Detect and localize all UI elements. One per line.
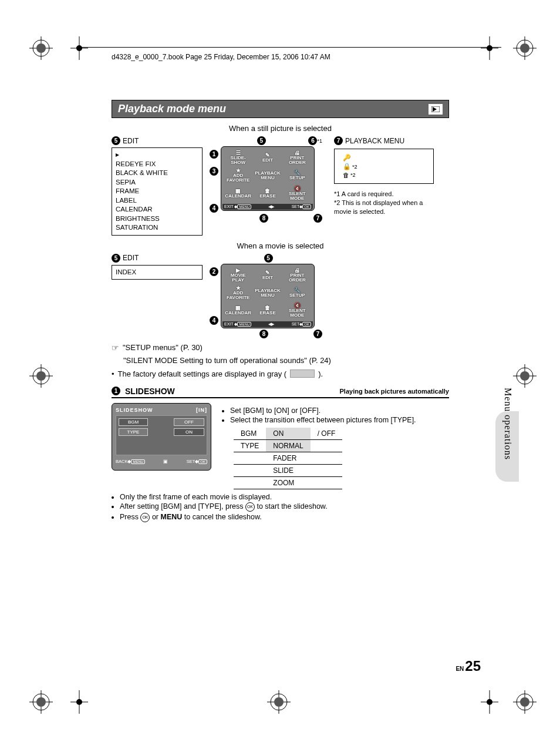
callout-8: 8	[259, 214, 268, 223]
callout-1: 1	[210, 150, 218, 159]
screen-erase-m: 🗑ERASE	[253, 302, 282, 319]
playback-menu-heading: 7 PLAYBACK MENU	[334, 136, 446, 145]
callout-7m: 7	[313, 330, 322, 338]
ok-button-icon: OK	[140, 513, 150, 522]
options-table: BGMON/ OFF TYPENORMAL FADER SLIDE ZOOM	[234, 428, 342, 489]
page-lang: EN	[456, 666, 464, 672]
reg-mark-ml	[29, 364, 53, 389]
callout-row-top-movie: 5	[210, 254, 327, 264]
edit-label-movie: EDIT	[123, 254, 139, 262]
frame-top-line	[76, 47, 501, 48]
ref-line-1: ☞ "SETUP menus" (P. 30)	[112, 343, 449, 352]
ref-line-2: "SILENT MODE Setting to turn off operati…	[123, 356, 449, 365]
reg-mark-tr	[513, 36, 537, 62]
factory-default-line: • The factory default settings are displ…	[112, 370, 449, 378]
playback-menu-label: PLAYBACK MENU	[345, 137, 404, 145]
callout-3: 3	[210, 167, 218, 176]
screen-printorder: 🖨PRINT ORDER	[283, 149, 312, 166]
callout-7: 7	[313, 214, 322, 223]
callout-row-top: 5 6*1	[210, 136, 327, 146]
caption-still: When a still picture is selected	[112, 124, 449, 133]
lcd-type: TYPE	[119, 428, 148, 436]
bullet: After setting [BGM] and [TYPE], press OK…	[120, 502, 449, 512]
screen-addfav: ★ADD FAVORITE	[224, 167, 252, 184]
screen-printorder-m: 🖨PRINT ORDER	[283, 267, 312, 284]
edit-items-box-still: ▸ REDEYE FIX BLACK & WHITE SEPIA FRAME L…	[112, 147, 203, 236]
lcd-title: SLIDESHOW	[116, 407, 153, 413]
factory-b: ).	[318, 370, 323, 378]
section-title: SLIDESHOW	[125, 387, 175, 396]
page-number: EN25	[456, 658, 481, 674]
ref-text-1: "SETUP menus" (P. 30)	[123, 343, 203, 352]
lcd-bgm: BGM	[119, 418, 148, 426]
doc-header: d4328_e_0000_7.book Page 25 Friday, Dece…	[112, 53, 330, 61]
svg-point-36	[76, 699, 82, 705]
section-title-text: Playback mode menu	[118, 103, 226, 115]
crop-line-br2	[481, 690, 498, 716]
screen-silent-m: 🔇SILENT MODE	[283, 302, 312, 319]
pb-item: 🔒*2	[343, 163, 433, 170]
callout-6: 6	[308, 136, 317, 145]
edit-item: BLACK & WHITE	[116, 169, 198, 178]
section-num: 1	[112, 387, 120, 395]
factory-a: The factory default settings are display…	[118, 370, 287, 378]
screen-playbackmenu-m: PLAYBACK MENU	[253, 284, 282, 301]
svg-marker-40	[433, 107, 437, 112]
bullet: Press OK or MENU to cancel the slideshow…	[120, 513, 449, 522]
lcd-on: ON	[174, 428, 204, 436]
callout-8m: 8	[259, 330, 268, 338]
edit-label: EDIT	[123, 137, 139, 145]
lcd-off: OFF	[174, 418, 204, 426]
callout-7-icon: 7	[334, 136, 343, 145]
screen-movieplay: ▶MOVIE PLAY	[224, 267, 252, 284]
pb-item: 🗑*2	[343, 172, 433, 179]
footnotes: *1 A card is required. *2 This is not di…	[334, 190, 446, 216]
section-title-bar: Playback mode menu	[112, 100, 449, 118]
bullet: Only the first frame of each movie is di…	[120, 493, 449, 501]
callout-4: 4	[210, 204, 218, 213]
screen-addfav-m: ★ADD FAVORITE	[224, 284, 252, 301]
screen-slideshow: ☰SLIDE- SHOW	[224, 149, 252, 166]
slideshow-top-bullets: Set [BGM] to [ON] or [OFF]. Select the t…	[220, 407, 449, 424]
callout-2: 2	[210, 267, 218, 276]
screen-bottom-bar-m: EXIT ◆MENU ◀▶ SET◆OK	[222, 321, 313, 327]
post-bullets: Only the first frame of each movie is di…	[112, 493, 449, 522]
svg-point-39	[487, 699, 492, 705]
callout-6-star: *1	[317, 138, 322, 144]
screen-setup-m: 🔧SETUP	[283, 284, 312, 301]
playback-icon	[429, 104, 443, 115]
reg-mark-bc	[267, 690, 291, 716]
page-num: 25	[465, 658, 481, 674]
screen-playbackmenu: PLAYBACK MENU	[253, 167, 282, 184]
edit-heading-movie: 5 EDIT	[112, 254, 203, 263]
pointer-icon: ☞	[112, 343, 119, 352]
reg-mark-tl	[29, 36, 53, 62]
callout-5-icon: 5	[112, 136, 120, 145]
svg-point-30	[76, 45, 82, 51]
edit-item: INDEX	[116, 268, 198, 277]
svg-point-7	[520, 43, 529, 53]
screen-calendar-m: ▦CALENDAR	[224, 302, 252, 319]
lcd-in: [IN]	[196, 407, 207, 413]
bullet: Select the transition effect between pic…	[230, 416, 449, 424]
screen-setup: 🔧SETUP	[283, 167, 312, 184]
edit-heading-still: 5 EDIT	[112, 136, 203, 145]
callout-5: 5	[257, 136, 266, 145]
reg-mark-mr	[513, 364, 537, 389]
screen-edit-m: ✎EDIT	[253, 267, 282, 284]
menu-screen-movie: ▶MOVIE PLAY ✎EDIT 🖨PRINT ORDER ★ADD FAVO…	[221, 264, 315, 328]
screen-bottom-bar: EXIT ◆MENU ◀▶ SET◆OK	[222, 204, 313, 210]
gray-swatch	[290, 370, 315, 378]
reg-mark-br	[513, 690, 537, 716]
bullet: Set [BGM] to [ON] or [OFF].	[230, 407, 449, 415]
svg-point-23	[520, 371, 529, 381]
svg-point-33	[487, 45, 492, 51]
callout-row-bottom-movie: 8 7	[210, 328, 327, 340]
edit-item: CALENDAR	[116, 205, 198, 214]
callout-5b-icon: 5	[112, 254, 120, 263]
slideshow-section-bar: 1 SLIDESHOW Playing back pictures automa…	[112, 385, 449, 398]
svg-point-11	[36, 697, 46, 707]
svg-point-19	[36, 371, 46, 381]
playback-menu-box: 🔑 🔒*2 🗑*2	[334, 149, 434, 184]
screen-calendar: ▦CALENDAR	[224, 185, 252, 202]
